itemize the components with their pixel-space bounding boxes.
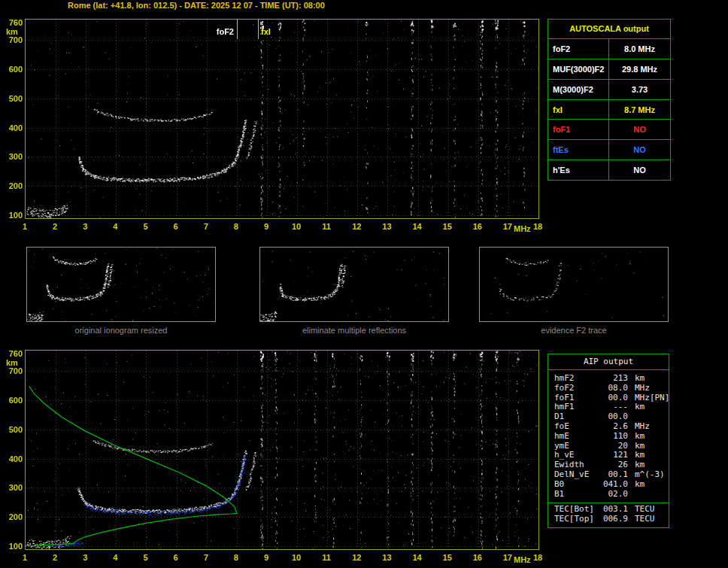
x-axis-tick-1: 1 [17, 222, 32, 231]
aip-row-TEC[Top]: TEC[Top]006.9TECU [548, 515, 669, 524]
autoscala-row-value: NO [609, 160, 670, 180]
thumbnail-evidence-f2-trace [479, 247, 669, 322]
y-axis-tick-500: 500 [2, 425, 23, 434]
aip-row-unit: MHz [635, 384, 650, 393]
aip-row-value: 08.0 [599, 384, 628, 393]
aip-row-value: 110 [599, 432, 628, 442]
top-ionogram-plot [26, 20, 538, 218]
y-axis-tick-760: 760 [2, 349, 23, 358]
x-axis-tick-5: 5 [138, 553, 153, 562]
aip-row-label: hmE [554, 432, 599, 442]
x-axis-tick-9: 9 [259, 222, 274, 231]
y-axis-unit-label: km [6, 358, 18, 367]
x-axis-tick-11: 11 [319, 222, 334, 231]
thumbnail-eliminate-reflections-plot [260, 248, 448, 321]
autoscala-row-label: foF2 [548, 39, 609, 59]
x-axis-tick-12: 12 [349, 222, 364, 231]
autoscala-row-label: fxI [548, 100, 609, 120]
autoscala-screen: Rome (lat: +41.8, lon: 012.5) - DATE: 20… [0, 0, 728, 568]
aip-row-label: B0 [554, 480, 599, 490]
autoscala-row-foF2: foF28.0 MHz [548, 39, 670, 59]
autoscala-row-foF1: foF1NO [548, 120, 670, 140]
y-axis-tick-700: 700 [2, 35, 23, 44]
aip-row-value: 213 [599, 374, 628, 384]
y-axis-tick-400: 400 [2, 454, 23, 463]
y-axis-tick-600: 600 [2, 65, 23, 74]
autoscala-output-table: AUTOSCALA output foF28.0 MHzMUF(3000)F22… [548, 19, 671, 181]
top-ionogram-panel [25, 19, 539, 219]
aip-row-label: DelN_vE [554, 470, 599, 480]
autoscala-row-M(3000)F2: M(3000)F23.73 [548, 80, 670, 100]
x-axis-tick-18: 18 [530, 553, 545, 562]
x-axis-tick-14: 14 [410, 222, 425, 231]
autoscala-row-value: 8.0 MHz [609, 39, 670, 59]
autoscala-row-label: foF1 [548, 120, 609, 139]
marker-label-fxI: fxI [261, 27, 271, 36]
autoscala-row-h'Es: h'EsNO [548, 160, 670, 180]
y-axis-tick-200: 200 [2, 512, 23, 521]
aip-row-unit: km [635, 432, 645, 442]
y-axis-tick-100: 100 [2, 211, 23, 220]
marker-line-fxI [258, 20, 259, 39]
autoscala-row-fxI: fxI8.7 MHz [548, 100, 670, 120]
y-axis-tick-760: 760 [2, 18, 23, 27]
aip-row-label: foE [554, 422, 599, 432]
autoscala-row-label: MUF(3000)F2 [548, 59, 609, 79]
aip-row-value: 041.0 [599, 480, 628, 490]
bottom-ionogram-panel [25, 350, 539, 550]
aip-row-foE: foE2.6MHz [548, 422, 669, 432]
aip-row-label: foF2 [554, 384, 599, 393]
y-axis-tick-500: 500 [2, 94, 23, 103]
aip-row-B1: B102.0 [548, 490, 669, 500]
aip-row-unit: MHz [635, 422, 650, 432]
y-axis-tick-300: 300 [2, 483, 23, 492]
x-axis-tick-17: 17 [500, 553, 515, 562]
x-axis-tick-8: 8 [229, 222, 244, 231]
aip-row-foF2: foF208.0MHz [548, 384, 669, 393]
thumbnail-original-ionogram [26, 247, 216, 322]
aip-row-unit: km [635, 374, 645, 384]
thumbnail-evidence-f2-trace-plot [480, 248, 668, 321]
aip-row-unit: km [635, 480, 645, 490]
y-axis-tick-200: 200 [2, 181, 23, 190]
x-axis-tick-1: 1 [17, 553, 32, 562]
x-axis-tick-8: 8 [229, 553, 244, 562]
x-axis-tick-9: 9 [259, 553, 274, 562]
aip-row-unit: km [635, 402, 645, 412]
aip-tec-rows: TEC[Bot]003.1TECUTEC[Top]006.9TECU [548, 505, 669, 524]
autoscala-output-title: AUTOSCALA output [548, 20, 670, 39]
y-axis-tick-700: 700 [2, 366, 23, 375]
page-title: Rome (lat: +41.8, lon: 012.5) - DATE: 20… [68, 1, 325, 10]
aip-row-label: TEC[Top] [554, 515, 599, 524]
autoscala-output-rows: foF28.0 MHzMUF(3000)F229.8 MHzM(3000)F23… [548, 39, 670, 180]
x-axis-tick-17: 17 [500, 222, 515, 231]
aip-row-value: 2.6 [599, 422, 628, 432]
autoscala-row-label: ftEs [548, 140, 609, 159]
x-axis-tick-5: 5 [138, 222, 153, 231]
aip-output-rows: hmF2213kmfoF208.0MHzfoF100.0MHz[PN]hmF1-… [548, 370, 669, 500]
x-axis-tick-2: 2 [47, 553, 62, 562]
aip-row-value: 02.0 [599, 490, 628, 500]
y-axis-tick-100: 100 [2, 542, 23, 551]
x-axis-tick-4: 4 [108, 553, 123, 562]
aip-tec-separator [548, 503, 669, 503]
x-axis-tick-18: 18 [530, 222, 545, 231]
x-axis-tick-16: 16 [470, 222, 485, 231]
x-axis-tick-6: 6 [168, 222, 184, 231]
aip-row-value: 006.9 [599, 515, 628, 524]
aip-row-value: 00.1 [599, 470, 628, 480]
thumbnail-caption-evidence: evidence F2 trace [479, 326, 669, 335]
x-axis-tick-10: 10 [289, 553, 304, 562]
autoscala-row-label: h'Es [548, 160, 609, 180]
aip-row-hmF2: hmF2213km [548, 374, 669, 384]
aip-row-label: hmF2 [554, 374, 599, 384]
autoscala-row-label: M(3000)F2 [548, 80, 609, 99]
aip-row-label: B1 [554, 490, 599, 500]
x-axis-tick-13: 13 [379, 553, 394, 562]
x-axis-tick-10: 10 [289, 222, 304, 231]
marker-label-foF2: foF2 [207, 27, 234, 36]
aip-row-DelN_vE: DelN_vE00.1m^(-3) [548, 470, 669, 480]
x-axis-tick-7: 7 [199, 222, 214, 231]
aip-row-extra: [PN] [650, 393, 670, 403]
x-axis-unit-label: MHz [514, 224, 531, 233]
